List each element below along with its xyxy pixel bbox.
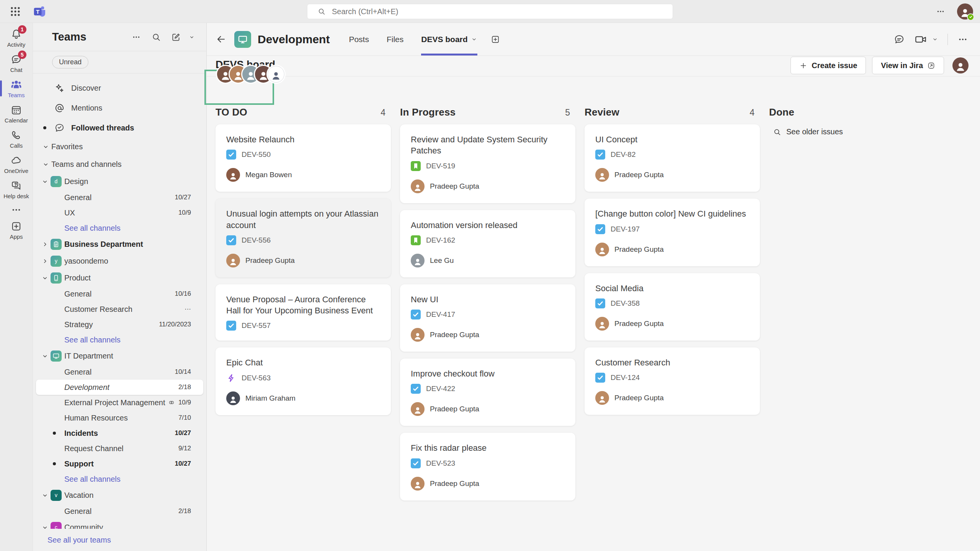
assignee-name: Lee Gu — [430, 256, 454, 265]
sidebar-channel-general[interactable]: General2/18 — [33, 504, 206, 519]
channel-name: Development — [64, 383, 109, 392]
rail-item-apps[interactable]: Apps — [0, 217, 33, 243]
sidebar-team-it-department[interactable]: IT Department — [33, 347, 206, 364]
issue-card[interactable]: UI ConceptDEV-82Pradeep Gupta — [585, 124, 760, 192]
channel-name: General — [64, 193, 91, 202]
sidebar-item-discover[interactable]: Discover — [33, 78, 206, 98]
avatar — [226, 391, 240, 405]
sidebar-team-product[interactable]: Product — [33, 269, 206, 286]
global-search-input[interactable] — [331, 7, 673, 16]
issue-card[interactable]: Epic ChatDEV-563Miriam Graham — [216, 347, 391, 415]
see-all-channels-link[interactable]: See all channels — [33, 471, 206, 487]
board-column-review: Review4UI ConceptDEV-82Pradeep Gupta[Cha… — [585, 106, 760, 551]
user-avatar[interactable] — [957, 3, 973, 20]
team-icon — [51, 272, 62, 284]
sidebar-channel-external-project-management[interactable]: External Project Management10/9 — [33, 395, 206, 410]
task-icon — [595, 150, 605, 160]
channel-more-icon[interactable] — [957, 34, 969, 45]
tab-files[interactable]: Files — [387, 23, 403, 55]
compose-icon[interactable] — [171, 32, 181, 42]
issue-assignee: Pradeep Gupta — [411, 328, 565, 342]
see-all-channels-link[interactable]: See all channels — [33, 220, 206, 236]
chevron-down-icon — [41, 274, 49, 282]
app-launcher-icon[interactable] — [8, 5, 22, 18]
issue-key: DEV-550 — [242, 150, 271, 159]
rail-item-teams[interactable]: Teams — [0, 76, 33, 101]
compose-chevron-icon[interactable] — [189, 34, 195, 40]
channel-name: External Project Management — [64, 398, 175, 407]
issue-card[interactable]: Venue Proposal – Aurora Conference Hall … — [216, 284, 391, 341]
issue-card[interactable]: Social MediaDEV-358Pradeep Gupta — [585, 273, 760, 341]
task-icon — [595, 224, 605, 234]
rail-item-calls[interactable]: Calls — [0, 126, 33, 152]
global-search[interactable] — [307, 4, 673, 19]
sidebar-team-business-department[interactable]: Business Department — [33, 236, 206, 253]
issue-card[interactable]: [Change button color] New CI guidelinesD… — [585, 199, 760, 266]
issue-card[interactable]: Fix this radar pleaseDEV-523Pradeep Gupt… — [400, 433, 575, 500]
rail-item-calendar[interactable]: Calendar — [0, 101, 33, 126]
sidebar-channel-incidents[interactable]: Incidents10/27 — [33, 425, 206, 441]
sidebar-team-design[interactable]: dDesign — [33, 173, 206, 190]
back-arrow-icon[interactable] — [216, 34, 227, 45]
view-in-jira-button[interactable]: View in Jira — [872, 57, 944, 74]
tab-posts[interactable]: Posts — [349, 23, 369, 55]
sidebar-section-favorites[interactable]: Favorites — [33, 138, 206, 155]
rail-item-activity[interactable]: 1Activity — [0, 25, 33, 51]
sidebar-channel-customer-research[interactable]: Customer Research··· — [33, 302, 206, 317]
issue-card[interactable]: Review and Update System Security Patche… — [400, 124, 575, 203]
sidebar-search-icon[interactable] — [151, 32, 161, 42]
meet-chevron-icon[interactable] — [932, 36, 938, 42]
sidebar-section-teams-and-channels[interactable]: Teams and channels — [33, 155, 206, 173]
sidebar-channel-request-channel[interactable]: Request Channel9/12 — [33, 441, 206, 456]
rail-item-more[interactable] — [0, 202, 33, 217]
issue-card[interactable]: Unusual login attempts on your Atlassian… — [216, 199, 391, 277]
sidebar-team-community[interactable]: cCommunity — [33, 519, 206, 529]
add-tab-icon[interactable] — [490, 34, 500, 44]
avatar-overflow-placeholder[interactable] — [268, 66, 284, 83]
meet-camera-icon[interactable] — [914, 33, 927, 46]
rail-item-label: Chat — [10, 67, 23, 73]
sidebar-channel-general[interactable]: General10/16 — [33, 286, 206, 302]
column-name: TO DO — [216, 106, 381, 118]
column-name: In Progress — [400, 106, 565, 118]
rail-item-onedrive[interactable]: OneDrive — [0, 152, 33, 177]
sidebar-channel-general[interactable]: General10/14 — [33, 364, 206, 380]
sidebar-channel-strategy[interactable]: Strategy11/20/2023 — [33, 317, 206, 332]
issue-card[interactable]: Automation version releasedDEV-162Lee Gu — [400, 210, 575, 277]
issue-assignee: Pradeep Gupta — [595, 317, 749, 331]
chevron-right-icon — [41, 258, 49, 265]
create-issue-button[interactable]: Create issue — [791, 57, 866, 74]
sidebar-channel-human-resources[interactable]: Human Resources7/10 — [33, 410, 206, 425]
sidebar-item-followed-threads[interactable]: Followed threads — [33, 118, 206, 138]
team-name: Vacation — [64, 491, 93, 500]
sidebar-team-vacation[interactable]: vVacation — [33, 487, 206, 504]
sidebar-list: DiscoverMentionsFollowed threadsFavorite… — [33, 73, 206, 529]
board-user-avatar[interactable] — [952, 57, 969, 73]
channel-last-activity: 7/10 — [178, 414, 191, 422]
avatar — [411, 328, 425, 342]
sidebar-channel-support[interactable]: Support10/27 — [33, 456, 206, 471]
rail-item-help-desk[interactable]: Help desk — [0, 177, 33, 202]
unread-filter-pill[interactable]: Unread — [52, 56, 88, 68]
issue-card[interactable]: Website RelaunchDEV-550Megan Bowen — [216, 124, 391, 192]
sidebar-item-mentions[interactable]: Mentions — [33, 98, 206, 118]
sidebar-more-icon[interactable] — [131, 32, 141, 42]
sidebar-team-yasoondemo[interactable]: yyasoondemo — [33, 253, 206, 269]
issue-card[interactable]: Customer ResearchDEV-124Pradeep Gupta — [585, 347, 760, 415]
assignee-name: Pradeep Gupta — [430, 331, 479, 339]
sidebar-channel-ux[interactable]: UX10/9 — [33, 205, 206, 220]
issue-card[interactable]: Improve checkout flowDEV-422Pradeep Gupt… — [400, 359, 575, 426]
rail-item-chat[interactable]: 5Chat — [0, 51, 33, 76]
sidebar-channel-general[interactable]: General10/27 — [33, 190, 206, 205]
chat-bubble-icon[interactable] — [893, 34, 905, 45]
titlebar-more-icon[interactable] — [936, 7, 946, 16]
channel-last-activity: 10/27 — [175, 194, 191, 201]
task-icon — [595, 298, 605, 308]
see-all-your-teams-link[interactable]: See all your teams — [33, 529, 206, 551]
tab-devs-board[interactable]: DEVS board — [421, 23, 477, 55]
issue-card[interactable]: New UIDEV-417Pradeep Gupta — [400, 284, 575, 352]
channel-name: UX — [64, 209, 75, 217]
sidebar-channel-development[interactable]: Development2/18 — [36, 380, 203, 395]
see-older-issues-link[interactable]: See older issues — [769, 127, 944, 136]
see-all-channels-link[interactable]: See all channels — [33, 332, 206, 347]
